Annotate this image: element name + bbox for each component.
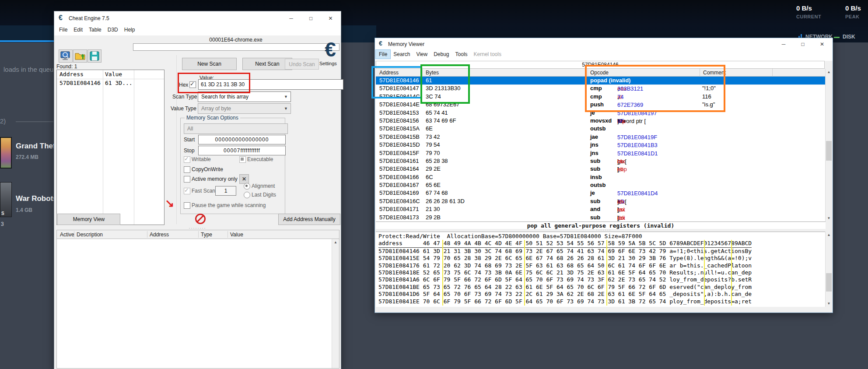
- ce-title-bar[interactable]: € Cheat Engine 7.5 ─ □ ✕: [54, 11, 341, 25]
- minimize-button[interactable]: ─: [774, 38, 793, 50]
- disasm-header[interactable]: Address Bytes Opcode Comment: [376, 69, 826, 77]
- download-item[interactable]: S War Robots 1.4 GB: [0, 182, 54, 224]
- add-address-button[interactable]: Add Address Manually: [278, 214, 340, 225]
- executable-checkbox[interactable]: [239, 156, 246, 163]
- writable-checkbox[interactable]: [184, 156, 190, 163]
- clear-region-button[interactable]: ✕: [239, 174, 249, 184]
- col-bytes[interactable]: Bytes: [426, 70, 439, 76]
- scroll-thumb[interactable]: [826, 273, 832, 292]
- disasm-row[interactable]: 57D81E0841473D 21313B30cmpeax,303B3121"!…: [376, 84, 826, 92]
- scroll-up-icon[interactable]: ▲: [826, 232, 832, 238]
- disasm-row[interactable]: 57D81E08417329 2Bsub[rbx],edi: [376, 214, 826, 221]
- download-title[interactable]: War Robots: [16, 194, 57, 203]
- hexdump-row[interactable]: 57D81E084176 61 72 20 62 3D 74 68 69 73 …: [378, 262, 752, 269]
- mv-title-bar[interactable]: € Memory Viewer ─ □ ✕: [375, 38, 833, 50]
- new-scan-button[interactable]: New Scan: [182, 58, 237, 70]
- ce-spiral-logo[interactable]: €: [320, 39, 340, 61]
- copyonwrite-checkbox[interactable]: [184, 166, 190, 173]
- fast-scan-value-input[interactable]: 1: [215, 186, 236, 196]
- found-col-address[interactable]: Address: [60, 71, 84, 77]
- memory-viewer-window[interactable]: € Memory Viewer ─ □ ✕ FileSearchViewDebu…: [374, 38, 833, 313]
- save-table-button[interactable]: [88, 49, 102, 63]
- open-table-button[interactable]: [73, 49, 87, 63]
- disasm-row[interactable]: 57D81E08416C26 26 28 61 3Dsubes:[rcx+3D]…: [376, 197, 826, 205]
- stop-input[interactable]: 00007fffffffffff: [198, 146, 286, 155]
- hexdump-row[interactable]: 57D81E0841EE 70 6C 6F 79 5F 66 72 6F 6D …: [378, 298, 752, 305]
- no-entry-icon[interactable]: [195, 214, 206, 224]
- disasm-row[interactable]: 57D81E08416429 2Esub[rsi],ebp: [376, 165, 826, 173]
- ce-menu-edit[interactable]: Edit: [70, 25, 86, 34]
- disasm-row[interactable]: 57D81E08415663 74 69 6Fmovsxdrsi,dword p…: [376, 117, 826, 125]
- scroll-down-icon[interactable]: ▼: [826, 300, 832, 307]
- table-col-type[interactable]: Type: [201, 232, 212, 238]
- ce-menu-help[interactable]: Help: [121, 25, 138, 34]
- disasm-row[interactable]: 57D81E08415D79 54jns57D81E0841B3: [376, 141, 826, 149]
- ce-menu-table[interactable]: Table: [86, 25, 105, 34]
- splitter-handle[interactable]: ········: [54, 227, 341, 229]
- ce-menu-file[interactable]: File: [56, 25, 70, 34]
- table-col-active[interactable]: Active: [60, 232, 74, 238]
- settings-label[interactable]: Settings: [319, 61, 337, 66]
- col-address[interactable]: Address: [379, 70, 399, 76]
- disasm-scrollbar[interactable]: ▲ ▼: [825, 69, 832, 221]
- hex-checkbox[interactable]: [189, 81, 196, 88]
- mv-menu-debug[interactable]: Debug: [430, 50, 452, 59]
- select-process-button[interactable]: [59, 49, 73, 63]
- mv-menu-bar[interactable]: FileSearchViewDebugToolsKernel tools: [375, 50, 833, 61]
- found-col-value[interactable]: Value: [105, 71, 122, 77]
- ce-menu-d3d[interactable]: D3D: [105, 25, 121, 34]
- scan-pointer-arrow-icon[interactable]: ↘: [165, 197, 174, 210]
- disasm-row[interactable]: 57D81E0841666Cinsb: [376, 173, 826, 181]
- download-title[interactable]: Grand Thef: [16, 142, 56, 151]
- cheat-engine-window[interactable]: € Cheat Engine 7.5 ─ □ ✕ FileEditTableD3…: [54, 11, 341, 369]
- region-select[interactable]: All: [184, 123, 288, 134]
- close-button[interactable]: ✕: [321, 11, 340, 25]
- disk-label[interactable]: DISK: [843, 34, 855, 40]
- hexdump-row[interactable]: 57D81E084146 61 3D 21 31 3B 30 3C 74 68 …: [378, 248, 752, 255]
- hexdump-row[interactable]: 57D81E08418E 52 65 73 75 6C 74 73 3B 0A …: [378, 269, 752, 276]
- scroll-up-icon[interactable]: ▲: [332, 239, 339, 246]
- hexdump-row[interactable]: 57D81E0841BE 65 73 65 72 76 65 64 28 22 …: [378, 284, 752, 291]
- table-col-description[interactable]: Description: [77, 232, 103, 238]
- last-digits-radio[interactable]: [244, 192, 250, 198]
- disasm-row[interactable]: 57D81E08417121 30and[rax],esi: [376, 205, 826, 213]
- disasm-row[interactable]: 57D81E08415F79 70jns57D81E0841D1: [376, 149, 826, 157]
- disasm-row[interactable]: 57D81E08415A6Eoutsb: [376, 125, 826, 133]
- minimize-button[interactable]: ─: [281, 11, 301, 25]
- disasm-row[interactable]: 57D81E08416165 28 38subgs:[rax],bh: [376, 157, 826, 165]
- maximize-button[interactable]: □: [301, 11, 321, 25]
- value-input[interactable]: 61 3D 21 31 3B 30: [198, 79, 343, 90]
- value-type-select[interactable]: Array of byte ▼: [198, 103, 291, 114]
- found-row[interactable]: 57D81E08414661 3D...: [57, 80, 164, 88]
- scroll-thumb[interactable]: [826, 141, 832, 161]
- found-list[interactable]: Address Value 57D81E08414661 3D...: [56, 70, 164, 225]
- download-item[interactable]: Grand Thef 272.4 MB: [0, 137, 54, 176]
- hexdump-scrollbar[interactable]: ▲ ▼: [825, 232, 832, 307]
- ce-menu-bar[interactable]: FileEditTableD3DHelp: [54, 25, 341, 35]
- table-col-value[interactable]: Value: [230, 232, 243, 238]
- mv-menu-search[interactable]: Search: [390, 50, 413, 59]
- table-col-address[interactable]: Address: [150, 232, 169, 238]
- mv-menu-tools[interactable]: Tools: [452, 50, 471, 59]
- scroll-down-icon[interactable]: ▼: [826, 215, 832, 221]
- col-opcode[interactable]: Opcode: [590, 70, 609, 76]
- scan-type-select[interactable]: Search for this array ▼: [198, 91, 291, 102]
- hexdump-area[interactable]: Protect:Read/Write AllocationBase=57D800…: [376, 232, 826, 307]
- disasm-row[interactable]: 57D81E08414E68 69732E67push672E7369"is.g…: [376, 101, 826, 109]
- mv-menu-view[interactable]: View: [413, 50, 430, 59]
- undo-scan-button[interactable]: Undo Scan: [285, 59, 319, 70]
- address-table-body[interactable]: ▲: [56, 239, 340, 369]
- alignment-radio[interactable]: [244, 183, 250, 190]
- memory-view-button[interactable]: Memory View: [57, 214, 120, 225]
- mv-menu-kernel-tools[interactable]: Kernel tools: [471, 50, 504, 59]
- address-table-header[interactable]: ActiveDescriptionAddressTypeValue: [56, 230, 340, 239]
- mv-address-bar[interactable]: 57D81E084146: [376, 61, 825, 69]
- maximize-button[interactable]: □: [793, 38, 812, 50]
- mv-menu-file[interactable]: File: [376, 50, 390, 59]
- fast-scan-checkbox[interactable]: [184, 188, 190, 194]
- active-memory-checkbox[interactable]: [184, 176, 190, 183]
- disasm-row[interactable]: 57D81E08416967 74 68je57D81E0841D4: [376, 189, 826, 197]
- scroll-up-icon[interactable]: ▲: [826, 69, 832, 75]
- hexdump-row[interactable]: 57D81E0841A6 6C 6F 79 5F 66 72 6F 6D 5F …: [378, 276, 752, 283]
- pause-game-checkbox[interactable]: [184, 202, 190, 209]
